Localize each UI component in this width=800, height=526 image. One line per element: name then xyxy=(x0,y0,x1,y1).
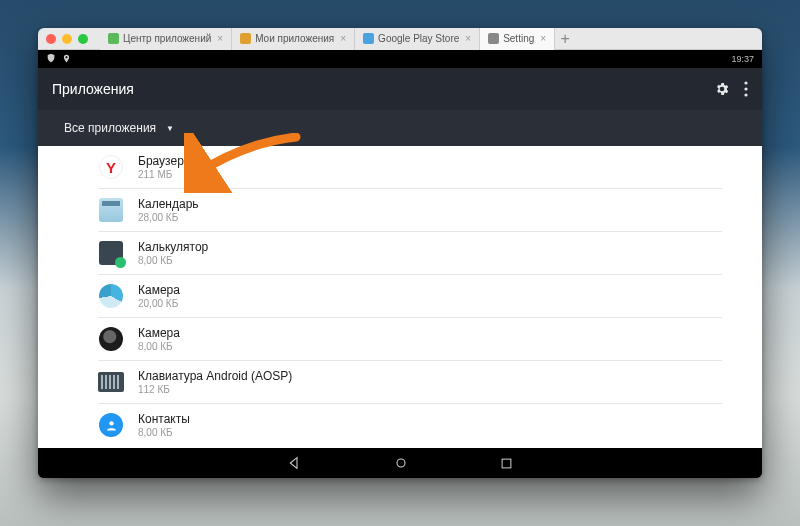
tab-strip: Центр приложений×Мои приложения×Google P… xyxy=(100,28,555,50)
chevron-down-icon: ▼ xyxy=(166,124,174,133)
app-row-5[interactable]: Клавиатура Android (AOSP)112 КБ xyxy=(98,361,722,404)
app-row-1[interactable]: Календарь28,00 КБ xyxy=(98,189,722,232)
tab-close-icon[interactable]: × xyxy=(217,33,223,44)
nav-home-button[interactable] xyxy=(393,455,409,471)
app-name-label: Камера xyxy=(138,283,180,298)
settings-gear-icon[interactable] xyxy=(714,81,730,97)
app-size-label: 211 МБ xyxy=(138,169,184,180)
app-name-label: Клавиатура Android (AOSP) xyxy=(138,369,292,384)
app-name-label: Калькулятор xyxy=(138,240,208,255)
app-header: Приложения xyxy=(38,68,762,110)
app-row-4[interactable]: Камера8,00 КБ xyxy=(98,318,722,361)
shield-icon xyxy=(46,53,56,65)
window-controls xyxy=(46,34,88,44)
zoom-window-button[interactable] xyxy=(78,34,88,44)
nav-back-button[interactable] xyxy=(287,455,303,471)
tab-icon xyxy=(363,33,374,44)
tab-icon xyxy=(240,33,251,44)
svg-point-3 xyxy=(109,421,113,425)
app-size-label: 112 КБ xyxy=(138,384,292,395)
app-size-label: 28,00 КБ xyxy=(138,212,199,223)
location-icon xyxy=(62,54,71,65)
app-icon xyxy=(98,412,124,438)
minimize-window-button[interactable] xyxy=(62,34,72,44)
tab-icon xyxy=(108,33,119,44)
svg-point-2 xyxy=(744,93,747,96)
android-status-bar: 19:37 xyxy=(38,50,762,68)
app-icon xyxy=(98,197,124,223)
tab-close-icon[interactable]: × xyxy=(540,33,546,44)
svg-point-4 xyxy=(397,459,405,467)
overflow-menu-icon[interactable] xyxy=(744,81,748,97)
app-name-label: Браузер xyxy=(138,154,184,169)
app-name-label: Календарь xyxy=(138,197,199,212)
app-row-0[interactable]: YБраузер211 МБ xyxy=(98,146,722,189)
filter-spinner[interactable]: Все приложения ▼ xyxy=(38,110,762,146)
app-size-label: 20,00 КБ xyxy=(138,298,180,309)
tab-close-icon[interactable]: × xyxy=(465,33,471,44)
app-icon: Y xyxy=(98,154,124,180)
tab-close-icon[interactable]: × xyxy=(340,33,346,44)
emulator-window: Центр приложений×Мои приложения×Google P… xyxy=(38,28,762,478)
app-row-2[interactable]: Калькулятор8,00 КБ xyxy=(98,232,722,275)
app-row-3[interactable]: Камера20,00 КБ xyxy=(98,275,722,318)
tab-label: Setting xyxy=(503,33,534,44)
status-clock: 19:37 xyxy=(731,54,754,64)
android-nav-bar xyxy=(38,448,762,478)
app-name-label: Контакты xyxy=(138,412,190,427)
tab-icon xyxy=(488,33,499,44)
svg-point-1 xyxy=(744,87,747,90)
app-icon xyxy=(98,326,124,352)
app-size-label: 8,00 КБ xyxy=(138,341,180,352)
app-list[interactable]: YБраузер211 МБКалендарь28,00 КБКалькулят… xyxy=(38,146,762,448)
app-icon xyxy=(98,240,124,266)
close-window-button[interactable] xyxy=(46,34,56,44)
new-tab-button[interactable]: + xyxy=(555,30,575,48)
tab-2[interactable]: Google Play Store× xyxy=(355,28,480,50)
titlebar: Центр приложений×Мои приложения×Google P… xyxy=(38,28,762,50)
tab-1[interactable]: Мои приложения× xyxy=(232,28,355,50)
app-icon xyxy=(98,283,124,309)
app-icon xyxy=(98,369,124,395)
tab-3[interactable]: Setting× xyxy=(480,28,555,50)
nav-recents-button[interactable] xyxy=(499,456,514,471)
app-name-label: Камера xyxy=(138,326,180,341)
app-size-label: 8,00 КБ xyxy=(138,427,190,438)
tab-label: Мои приложения xyxy=(255,33,334,44)
tab-0[interactable]: Центр приложений× xyxy=(100,28,232,50)
svg-point-0 xyxy=(744,81,747,84)
svg-rect-5 xyxy=(502,459,511,468)
filter-label: Все приложения xyxy=(64,121,156,135)
page-title: Приложения xyxy=(52,81,134,97)
tab-label: Центр приложений xyxy=(123,33,211,44)
tab-label: Google Play Store xyxy=(378,33,459,44)
app-size-label: 8,00 КБ xyxy=(138,255,208,266)
app-row-6[interactable]: Контакты8,00 КБ xyxy=(98,404,722,446)
